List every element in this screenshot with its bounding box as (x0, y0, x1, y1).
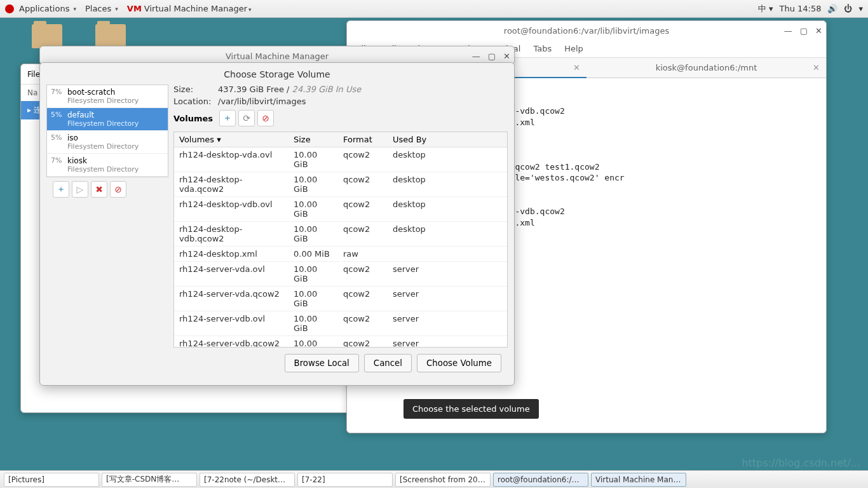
volume-row[interactable]: rh124-desktop-vdb.qcow210.00 GiBqcow2des… (174, 222, 507, 247)
volume-row[interactable]: rh124-server-vda.qcow210.00 GiBqcow2serv… (174, 287, 507, 311)
taskbar-item[interactable]: [7-22note (~/Deskt… (200, 473, 295, 487)
size-free: 437.39 GiB Free / (218, 85, 289, 94)
applications-menu[interactable]: Applications (15, 3, 80, 15)
pool-item[interactable]: 5%isoFilesystem Directory (47, 131, 168, 154)
volume-row[interactable]: rh124-server-vdb.qcow210.00 GiBqcow2serv… (174, 336, 507, 348)
volume-row[interactable]: rh124-desktop-vda.qcow210.00 GiBqcow2des… (174, 172, 507, 197)
bottom-taskbar: [Pictures][写文章-CSDN博客…[7-22note (~/Deskt… (0, 470, 868, 488)
vmm-file-menu[interactable]: File (27, 70, 40, 79)
top-panel: Applications Places VMVirtual Machine Ma… (0, 0, 868, 18)
volume-table-header: Volumes ▾ Size Format Used By (174, 132, 507, 147)
desktop-folder[interactable] (28, 24, 66, 48)
volumes-label: Volumes (173, 114, 213, 123)
col-size[interactable]: Size (288, 132, 338, 147)
pool-item[interactable]: 5%defaultFilesystem Directory (47, 108, 168, 131)
terminal-menu-item[interactable]: Help (564, 44, 583, 53)
watermark: https://blog.csdn.net/... (742, 457, 860, 469)
close-icon[interactable]: ✕ (815, 26, 822, 36)
pool-item[interactable]: 7%kioskFilesystem Directory (47, 154, 168, 177)
dialog-title: Choose Storage Volume (40, 63, 514, 85)
pool-list[interactable]: 7%boot-scratchFilesystem Directory5%defa… (46, 85, 168, 177)
taskbar-item[interactable]: Virtual Machine Man… (591, 473, 686, 487)
clock[interactable]: Thu 14:58 (779, 4, 821, 13)
pool-stop-button[interactable]: ✖ (91, 181, 107, 198)
tooltip: Choose the selected volume (403, 399, 539, 419)
volume-row[interactable]: rh124-desktop-vdb.ovl10.00 GiBqcow2deskt… (174, 197, 507, 222)
volume-row[interactable]: rh124-server-vda.ovl10.00 GiBqcow2server (174, 262, 507, 287)
taskbar-item[interactable]: [写文章-CSDN博客… (102, 473, 197, 487)
power-icon[interactable]: ⏻ (844, 4, 852, 13)
terminal-title: root@foundation6:/var/lib/libvirt/images (504, 26, 669, 36)
cancel-button[interactable]: Cancel (364, 354, 412, 372)
col-usedby[interactable]: Used By (388, 132, 507, 147)
choose-volume-button[interactable]: Choose Volume (417, 354, 501, 372)
user-menu-caret[interactable]: ▾ (858, 4, 863, 13)
places-menu[interactable]: Places (81, 3, 122, 15)
volume-row[interactable]: rh124-server-vdb.ovl10.00 GiBqcow2server (174, 311, 507, 336)
location-label: Location: (173, 97, 218, 106)
window-title-text: Virtual Machine Manager (226, 51, 329, 61)
volume-row[interactable]: rh124-desktop-vda.ovl10.00 GiBqcow2deskt… (174, 147, 507, 172)
sound-icon[interactable]: 🔊 (827, 4, 837, 13)
volume-table: Volumes ▾ Size Format Used By rh124-desk… (173, 132, 508, 348)
pool-delete-button[interactable]: ⊘ (110, 181, 126, 198)
maximize-icon[interactable]: ▢ (800, 26, 808, 36)
tab-close-icon[interactable]: ✕ (573, 63, 580, 72)
pool-start-button[interactable]: ▷ (72, 181, 88, 198)
maximize-icon[interactable]: ▢ (488, 51, 496, 61)
pool-add-button[interactable]: ＋ (53, 181, 69, 198)
distro-icon (5, 4, 14, 13)
browse-local-button[interactable]: Browse Local (285, 354, 359, 372)
volume-add-button[interactable]: ＋ (219, 110, 236, 126)
taskbar-item[interactable]: [Screenshot from 20… (395, 473, 491, 487)
active-app[interactable]: VMVirtual Machine Manager (123, 3, 255, 15)
pool-item[interactable]: 7%boot-scratchFilesystem Directory (47, 85, 168, 108)
desktop-folder[interactable] (92, 24, 130, 48)
storage-dialog: Choose Storage Volume 7%boot-scratchFile… (39, 62, 515, 386)
minimize-icon[interactable]: — (784, 26, 792, 36)
size-label: Size: (173, 85, 218, 94)
taskbar-item[interactable]: [Pictures] (4, 473, 99, 487)
volume-row[interactable]: rh124-desktop.xml0.00 MiBraw (174, 247, 507, 262)
col-format[interactable]: Format (338, 132, 388, 147)
volume-refresh-button[interactable]: ⟳ (238, 110, 255, 126)
vmm-name-col: Na (27, 88, 37, 97)
sort-caret-icon: ▾ (217, 135, 221, 144)
close-icon[interactable]: ✕ (503, 51, 510, 61)
volume-delete-button[interactable]: ⊘ (257, 110, 274, 126)
tab-close-icon[interactable]: ✕ (813, 63, 820, 72)
taskbar-item[interactable]: [7-22] (297, 473, 393, 487)
terminal-tab[interactable]: kiosk@foundation6:/mnt✕ (587, 58, 826, 78)
taskbar-item[interactable]: root@foundation6:/… (493, 473, 588, 487)
input-method[interactable]: 中 ▾ (758, 3, 773, 15)
col-volumes[interactable]: Volumes ▾ (174, 132, 288, 147)
minimize-icon[interactable]: — (472, 51, 480, 61)
size-used: 24.39 GiB In Use (292, 85, 362, 94)
location-value: /var/lib/libvirt/images (218, 97, 306, 106)
terminal-menu-item[interactable]: Tabs (533, 44, 552, 53)
vmm-icon: VM (127, 4, 142, 13)
